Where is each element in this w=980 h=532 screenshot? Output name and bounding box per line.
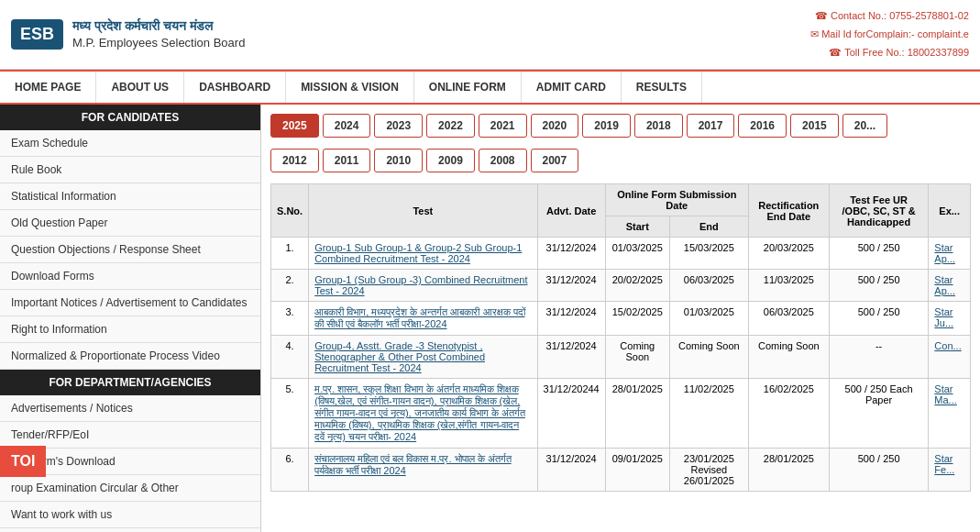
nav-admit-card[interactable]: ADMIT CARD [522, 72, 622, 103]
toi-badge[interactable]: TOI [0, 446, 46, 477]
th-exam: Ex... [929, 184, 971, 238]
year-2021[interactable]: 2021 [479, 114, 527, 138]
contact-info: ☎ Contact No.: 0755-2578801-02 ✉ Mail Id… [810, 7, 969, 61]
cell-exam[interactable]: Star Fe... [929, 449, 971, 492]
year-2010[interactable]: 2010 [374, 149, 423, 172]
cell-exam[interactable]: Star Ju... [929, 302, 971, 336]
th-advt-date: Advt. Date [537, 184, 605, 238]
nav-dashboard[interactable]: DASHBOARD [184, 72, 286, 103]
sidebar-item-advertisements[interactable]: Advertisements / Notices [0, 395, 260, 422]
cell-rectification: 11/03/2025 [748, 270, 829, 302]
year-2019[interactable]: 2019 [582, 114, 631, 138]
sidebar-item-rti[interactable]: Right to Information [0, 316, 260, 343]
cell-rectification: 28/01/2025 [748, 449, 829, 492]
year-2009[interactable]: 2009 [426, 149, 475, 172]
table-row: 4. Group-4, Asstt. Grade -3 Stenotypist … [271, 336, 971, 379]
cell-end: Coming Soon [669, 336, 748, 379]
year-2016[interactable]: 2016 [738, 114, 787, 138]
cell-start: 15/02/2025 [605, 302, 669, 336]
table-row: 3. आबकारी विभाग, मध्यप्रदेश के अन्तर्गत … [271, 302, 971, 336]
nav-results[interactable]: RESULTS [622, 72, 702, 103]
cell-fee: 500 / 250 [829, 302, 929, 336]
sidebar-item-download-forms[interactable]: Download Forms [0, 263, 260, 290]
cell-rectification: 06/03/2025 [748, 302, 829, 336]
cell-test[interactable]: म.प्र. शासन, स्कूल शिक्षा विभाग के अंतर्… [309, 379, 537, 449]
cell-fee: 500 / 250 [829, 449, 929, 492]
recruitment-table: S.No. Test Advt. Date Online Form Submis… [270, 183, 971, 492]
cell-start: 28/01/2025 [605, 379, 669, 449]
sidebar-item-objections[interactable]: Question Objections / Response Sheet [0, 237, 260, 263]
table-row: 5. म.प्र. शासन, स्कूल शिक्षा विभाग के अं… [271, 379, 971, 449]
main-content: 2025 2024 2023 2022 2021 2020 2019 2018 … [261, 105, 980, 532]
cell-end: 15/03/2025 [669, 238, 748, 270]
header: ESB मध्य प्रदेश कर्मचारी चयन मंडल M.P. E… [0, 0, 980, 70]
main-layout: FOR CANDIDATES Exam Schedule Rule Book S… [0, 105, 980, 532]
nav-mission[interactable]: MISSION & VISION [286, 72, 414, 103]
cell-sno: 1. [271, 238, 309, 270]
year-2007[interactable]: 2007 [531, 149, 579, 172]
cell-start: 09/01/2025 [605, 449, 669, 492]
sidebar-item-exam-schedule[interactable]: Exam Schedule [0, 130, 260, 157]
year-2025[interactable]: 2025 [270, 114, 319, 138]
sidebar-item-normalized[interactable]: Normalized & Proportionate Process Video [0, 343, 260, 370]
th-test: Test [309, 184, 537, 238]
cell-test[interactable]: संचालनालय महिला एवं बल विकास म.प्र. भोपा… [309, 449, 537, 492]
logo-icon: ESB [11, 19, 63, 50]
cell-exam[interactable]: Con... [929, 336, 971, 379]
year-buttons-row2: 2012 2011 2010 2009 2008 2007 [270, 149, 971, 172]
sidebar-item-statistical[interactable]: Statistical Information [0, 183, 260, 210]
year-buttons-row1: 2025 2024 2023 2022 2021 2020 2019 2018 … [270, 114, 971, 138]
nav-about[interactable]: ABOUT US [96, 72, 184, 103]
cell-fee: 500 / 250 Each Paper [829, 379, 929, 449]
nav-home[interactable]: HOME PAGE [0, 72, 96, 103]
year-2024[interactable]: 2024 [323, 114, 371, 138]
year-2023[interactable]: 2023 [374, 114, 423, 138]
cell-sno: 6. [271, 449, 309, 492]
cell-advt-date: 31/12/2024 [537, 336, 605, 379]
contact-mail: ✉ Mail Id forComplain:- complaint.e [810, 26, 969, 44]
cell-test[interactable]: Group-4, Asstt. Grade -3 Stenotypist , S… [309, 336, 537, 379]
cell-sno: 4. [271, 336, 309, 379]
cell-sno: 5. [271, 379, 309, 449]
cell-end: 23/01/2025 Revised 26/01/2025 [669, 449, 748, 492]
th-online-form: Online Form Submission Date [605, 184, 748, 216]
cell-fee: 500 / 250 [829, 238, 929, 270]
year-2012[interactable]: 2012 [270, 149, 319, 172]
year-2008[interactable]: 2008 [479, 149, 527, 172]
year-2017[interactable]: 2017 [687, 114, 735, 138]
sidebar-item-old-question[interactable]: Old Question Paper [0, 210, 260, 237]
cell-exam[interactable]: Star Ma... [929, 379, 971, 449]
year-2020[interactable]: 2020 [531, 114, 579, 138]
year-2015[interactable]: 2015 [790, 114, 839, 138]
org-hindi: मध्य प्रदेश कर्मचारी चयन मंडल [72, 17, 245, 36]
cell-exam[interactable]: Star Ap... [929, 270, 971, 302]
cell-exam[interactable]: Star Ap... [929, 238, 971, 270]
year-2018[interactable]: 2018 [634, 114, 683, 138]
sidebar-item-work-with-us[interactable]: Want to work with us [0, 502, 260, 528]
sidebar-item-group-exam[interactable]: roup Examination Circular & Other [0, 475, 260, 502]
cell-test[interactable]: Group-1 Sub Group-1 & Group-2 Sub Group-… [309, 238, 537, 270]
cell-rectification: 16/02/2025 [748, 379, 829, 449]
sidebar-item-press-release[interactable]: Press Release [0, 528, 260, 532]
nav-online-form[interactable]: ONLINE FORM [414, 72, 522, 103]
year-2011[interactable]: 2011 [323, 149, 371, 172]
cell-test[interactable]: आबकारी विभाग, मध्यप्रदेश के अन्तर्गत आबक… [309, 302, 537, 336]
cell-test[interactable]: Group-1 (Sub Group -3) Combined Recruitm… [309, 270, 537, 302]
th-end: End [669, 216, 748, 238]
contact-phone: ☎ Contact No.: 0755-2578801-02 [810, 7, 969, 26]
sidebar-item-important-notices[interactable]: Important Notices / Advertisement to Can… [0, 290, 260, 316]
th-sno: S.No. [271, 184, 309, 238]
year-2022[interactable]: 2022 [426, 114, 475, 138]
th-start: Start [605, 216, 669, 238]
cell-end: 01/03/2025 [669, 302, 748, 336]
sidebar-item-rule-book[interactable]: Rule Book [0, 157, 260, 183]
navbar: HOME PAGE ABOUT US DASHBOARD MISSION & V… [0, 70, 980, 105]
contact-tollfree: ☎ Toll Free No.: 18002337899 [810, 44, 969, 62]
table-row: 1. Group-1 Sub Group-1 & Group-2 Sub Gro… [271, 238, 971, 270]
cell-fee: -- [829, 336, 929, 379]
cell-start: 01/03/2025 [605, 238, 669, 270]
sidebar-section-dept: FOR DEPARTMENT/AGENCIES [0, 370, 260, 395]
cell-advt-date: 31/12/2024 [537, 238, 605, 270]
cell-start: 20/02/2025 [605, 270, 669, 302]
year-more[interactable]: 20... [842, 114, 887, 138]
